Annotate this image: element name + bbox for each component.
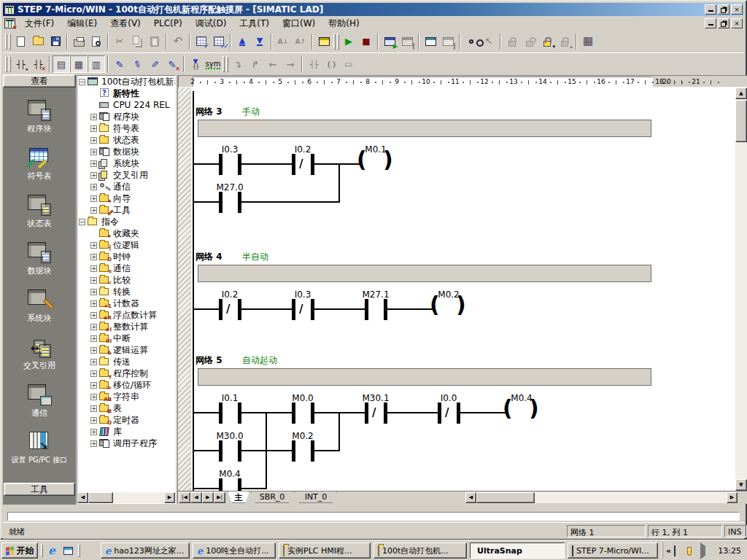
tree-item-5[interactable]: +状态表: [77, 134, 175, 146]
tree-item-13[interactable]: ★收藏夹: [77, 228, 175, 239]
tree-expand-10[interactable]: +: [90, 195, 97, 202]
tree-expand-26[interactable]: +: [90, 382, 97, 389]
filter-contacts-button[interactable]: ▼┤├: [187, 55, 204, 73]
tree-item-1[interactable]: ?新特性: [77, 88, 175, 99]
contact-I0.2[interactable]: I0.2/: [281, 144, 325, 178]
tree-hscroll-thumb[interactable]: [88, 492, 113, 503]
sort-descending-button[interactable]: A↑: [292, 33, 309, 50]
editor-hscroll-right[interactable]: ▶: [727, 492, 738, 503]
tree-expand-7[interactable]: +: [90, 160, 97, 167]
tree-hscroll-left[interactable]: ◀: [77, 492, 88, 503]
restore-button[interactable]: [718, 4, 729, 15]
tree-item-22[interactable]: +III中断: [77, 332, 175, 344]
contact-M30.0[interactable]: M30.0: [208, 431, 252, 464]
pou-grid-button[interactable]: ▦: [579, 33, 597, 50]
coil-M0.2[interactable]: M0.2(): [427, 289, 471, 323]
close-button[interactable]: ×: [731, 4, 743, 15]
tree-expand-9[interactable]: +: [90, 184, 97, 190]
lock-closed-button[interactable]: [503, 33, 521, 50]
edit-pen-mirror-button[interactable]: ✎: [146, 55, 163, 73]
edit-pen-delete-button[interactable]: ✎✕: [163, 55, 181, 73]
contact-M0.2[interactable]: M0.2: [281, 431, 325, 464]
display-icon[interactable]: [674, 546, 684, 556]
view-glasses-button[interactable]: [462, 33, 480, 50]
task-button-0[interactable]: ehao123网址之家...: [101, 542, 190, 559]
tree-expand-21[interactable]: +: [90, 324, 97, 330]
tree-expand-16[interactable]: +: [90, 265, 97, 272]
tab-prev-button[interactable]: ◀: [190, 492, 202, 503]
new-file-button[interactable]: [12, 33, 29, 50]
tab-主[interactable]: 主: [228, 491, 249, 503]
tree-expand-29[interactable]: +: [90, 417, 97, 424]
tree-expand-24[interactable]: +: [90, 359, 97, 365]
tree-hscroll-right[interactable]: ▶: [164, 492, 175, 503]
security-shield-icon[interactable]: !: [687, 546, 697, 556]
tree-item-27[interactable]: +AB字符串: [77, 391, 175, 402]
tree-item-11[interactable]: +工具: [77, 204, 175, 216]
contact-I0.0[interactable]: I0.0/: [427, 393, 471, 427]
toolbar-grip[interactable]: [333, 34, 336, 50]
edit-pen-blue-button[interactable]: ✎: [111, 55, 128, 73]
tree-item-8[interactable]: +交叉引用: [77, 169, 175, 181]
tree-item-21[interactable]: +±I整数计算: [77, 321, 175, 332]
paste-button[interactable]: [146, 33, 163, 50]
toolbar-grip[interactable]: [222, 56, 225, 72]
toggle-bookmark-button[interactable]: ┤├▸: [12, 55, 29, 73]
tree-expand-14[interactable]: +: [90, 242, 97, 249]
editor-vscroll-down[interactable]: ▼: [735, 479, 747, 491]
tree-item-9[interactable]: +通信: [77, 181, 175, 192]
line-right-button[interactable]: →: [282, 55, 299, 73]
network-comment-box[interactable]: [198, 265, 651, 282]
tree-expand-0[interactable]: −: [79, 79, 85, 85]
cut-button[interactable]: ✂: [111, 33, 128, 50]
contact-I0.2[interactable]: I0.2/: [208, 289, 252, 323]
contact-M0.0[interactable]: M0.0: [281, 393, 325, 427]
tree-item-17[interactable]: +<比较: [77, 274, 175, 286]
child-minimize-button[interactable]: [705, 18, 716, 28]
compile-button[interactable]: ✓: [193, 33, 210, 50]
line-up-button[interactable]: ↱: [247, 55, 264, 73]
viewbar-footer-tools[interactable]: 工具: [4, 483, 75, 496]
toolbar-grip[interactable]: [9, 56, 11, 72]
network-comment-box[interactable]: [198, 368, 651, 386]
tree-item-24[interactable]: +传送: [77, 356, 175, 368]
tree-item-0[interactable]: −100t自动打包机新程序配触摸屏: [77, 76, 175, 88]
volume-icon[interactable]: [700, 546, 711, 556]
save-project-button[interactable]: [47, 33, 64, 50]
task-button-3[interactable]: 100t自动打包机...: [374, 542, 467, 559]
lock-upload-button[interactable]: ▴: [556, 33, 573, 50]
tree-expand-11[interactable]: +: [90, 207, 97, 214]
tree-expand-25[interactable]: +: [90, 370, 97, 377]
tree-expand-22[interactable]: +: [90, 335, 97, 342]
tree-expand-20[interactable]: +: [90, 312, 97, 319]
undo-button[interactable]: ↶: [169, 33, 187, 50]
menu-item-6[interactable]: 窗口(W): [276, 17, 322, 30]
password-lock-button[interactable]: ▾: [538, 33, 556, 50]
tree-expand-18[interactable]: +: [90, 289, 97, 295]
tree-expand-23[interactable]: +: [90, 347, 97, 354]
viewbar-item-5[interactable]: ↔交叉引用: [4, 336, 74, 371]
remove-bookmarks-button[interactable]: ┤├✕: [29, 55, 47, 73]
ladder-canvas[interactable]: 网络 3手动I0.3I0.2/M0.1()M27.0网络 4半自动I0.2/I0…: [178, 88, 736, 491]
toolbar-grip[interactable]: [9, 34, 11, 50]
tree-expand-6[interactable]: +: [90, 149, 97, 155]
tree-expand-5[interactable]: +: [90, 137, 97, 144]
print-preview-button[interactable]: [88, 33, 105, 50]
menu-item-1[interactable]: 编辑(E): [61, 17, 104, 30]
viewbar-item-3[interactable]: 数据块: [4, 241, 74, 276]
lad-child-window-icon[interactable]: [4, 18, 15, 28]
run-button[interactable]: ▶: [340, 33, 357, 50]
editor-hscroll-thumb[interactable]: [476, 492, 535, 503]
contact-M27.1[interactable]: M27.1: [354, 289, 398, 323]
tree-item-16[interactable]: +s通信: [77, 262, 175, 274]
tree-item-19[interactable]: ++1计数器: [77, 298, 175, 309]
tree-item-7[interactable]: +系统块: [77, 158, 175, 169]
tab-first-button[interactable]: |◀: [179, 492, 190, 503]
task-button-1[interactable]: e100吨全自动打...: [193, 542, 276, 559]
menu-item-3[interactable]: PLC(P): [147, 17, 189, 30]
editor-vscroll-thumb[interactable]: [735, 100, 747, 142]
tree-expand-27[interactable]: +: [90, 394, 97, 400]
viewbar-item-1[interactable]: 符号表: [4, 147, 74, 182]
symbolic-addressing-button[interactable]: sym: [204, 55, 222, 73]
toolbar-grip[interactable]: [5, 56, 7, 72]
